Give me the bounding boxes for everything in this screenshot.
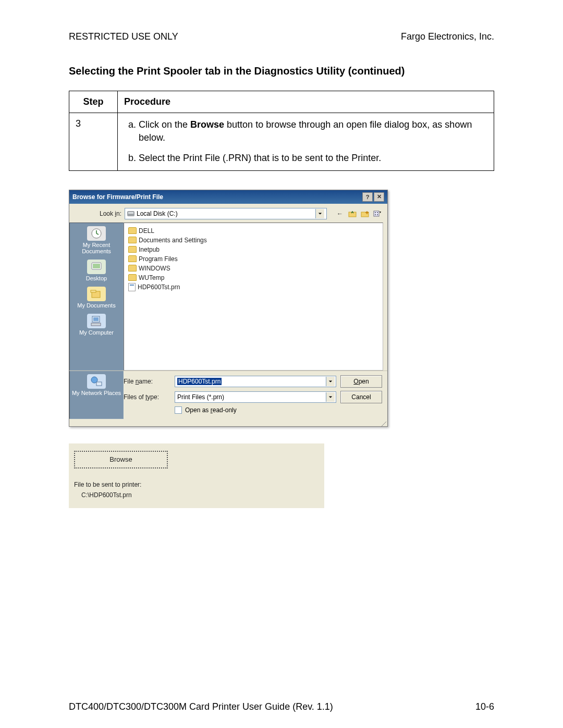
- chevron-down-icon[interactable]: [315, 209, 324, 218]
- recent-documents-icon: [87, 226, 106, 241]
- svg-rect-5: [375, 214, 376, 215]
- header-right: Fargo Electronics, Inc.: [401, 31, 494, 42]
- proc-item-a: Click on the Browse button to browse thr…: [139, 118, 487, 144]
- svg-rect-16: [96, 382, 102, 386]
- footer-right: 10-6: [475, 701, 494, 712]
- folder-icon: [128, 237, 137, 243]
- svg-rect-0: [349, 212, 356, 217]
- svg-rect-9: [93, 264, 100, 268]
- lookin-value: Local Disk (C:): [137, 210, 178, 217]
- svg-rect-11: [91, 290, 96, 292]
- network-places-icon: [87, 374, 106, 389]
- procedure-table: Step Procedure 3 Click on the Browse but…: [69, 91, 494, 171]
- filename-label: File name:: [124, 378, 170, 385]
- filename-field[interactable]: HDP600Tst.prn: [175, 376, 336, 387]
- file-to-send-label: File to be sent to printer:: [74, 481, 319, 488]
- resize-grip[interactable]: [69, 419, 387, 426]
- open-button[interactable]: Open: [340, 375, 382, 388]
- procedure-cell: Click on the Browse button to browse thr…: [118, 113, 494, 171]
- places-bar: My Recent Documents Desktop My Documents: [69, 223, 124, 371]
- folder-icon: [128, 246, 137, 253]
- filetype-combo[interactable]: Print Files (*.prn): [175, 391, 336, 403]
- page-footer: DTC400/DTC300/DTC300M Card Printer User …: [69, 701, 494, 712]
- svg-rect-14: [91, 323, 101, 326]
- list-item[interactable]: Inetpub: [128, 245, 378, 254]
- svg-rect-6: [377, 214, 378, 215]
- titlebar-close-button[interactable]: ✕: [374, 192, 384, 202]
- chevron-down-icon[interactable]: [326, 377, 335, 386]
- browse-button[interactable]: Browse: [74, 451, 168, 468]
- dialog-titlebar: Browse for Firmware/Print File ? ✕: [69, 190, 387, 204]
- back-icon[interactable]: ←: [335, 209, 345, 218]
- lookin-combo[interactable]: Local Disk (C:): [125, 208, 327, 219]
- folder-icon: [128, 265, 137, 272]
- filename-value: HDP600Tst.prn: [177, 378, 222, 385]
- my-computer-icon: [87, 314, 106, 328]
- step-number: 3: [69, 113, 118, 171]
- header-left: RESTRICTED USE ONLY: [69, 31, 178, 42]
- readonly-label: Open as read-only: [185, 406, 237, 414]
- th-step: Step: [69, 91, 118, 113]
- up-folder-icon[interactable]: [348, 209, 357, 218]
- titlebar-help-button[interactable]: ?: [362, 192, 373, 202]
- places-desktop[interactable]: Desktop: [86, 260, 107, 281]
- file-list[interactable]: DELL Documents and Settings Inetpub Prog…: [124, 223, 383, 371]
- lookin-label: Look in:: [75, 210, 121, 217]
- file-open-dialog: Browse for Firmware/Print File ? ✕ Look …: [69, 190, 388, 427]
- places-mydocs[interactable]: My Documents: [77, 287, 115, 309]
- folder-icon: [128, 274, 137, 281]
- desktop-icon: [87, 260, 106, 274]
- dialog-title: Browse for Firmware/Print File: [72, 193, 163, 201]
- svg-rect-2: [374, 211, 379, 216]
- section-title: Selecting the Print Spooler tab in the D…: [69, 65, 494, 77]
- chevron-down-icon[interactable]: [326, 392, 335, 402]
- proc-item-b: Select the Print File (.PRN) that is to …: [139, 152, 487, 165]
- page-header: RESTRICTED USE ONLY Fargo Electronics, I…: [69, 31, 494, 42]
- svg-rect-13: [93, 317, 99, 321]
- filetype-label: Files of type:: [124, 393, 170, 401]
- readonly-checkbox[interactable]: [175, 406, 182, 414]
- list-item[interactable]: Program Files: [128, 254, 378, 264]
- list-item[interactable]: DELL: [128, 226, 378, 236]
- view-menu-icon[interactable]: [373, 209, 382, 218]
- prn-file-icon: [128, 283, 136, 291]
- th-procedure: Procedure: [118, 91, 494, 113]
- places-mycomp[interactable]: My Computer: [79, 314, 114, 336]
- svg-rect-3: [375, 212, 376, 213]
- folder-icon: [128, 227, 137, 234]
- list-item[interactable]: HDP600Tst.prn: [128, 282, 378, 292]
- list-item[interactable]: WINDOWS: [128, 264, 378, 273]
- list-item[interactable]: Documents and Settings: [128, 236, 378, 245]
- my-documents-icon: [87, 287, 106, 301]
- drive-icon: [127, 211, 134, 216]
- browse-snippet: Browse File to be sent to printer: C:\HD…: [69, 443, 324, 508]
- filetype-value: Print Files (*.prn): [177, 393, 224, 401]
- places-recent[interactable]: My Recent Documents: [70, 226, 123, 254]
- svg-rect-4: [377, 212, 378, 213]
- folder-icon: [128, 255, 137, 262]
- file-to-send-path: C:\HDP600Tst.prn: [81, 491, 319, 499]
- cancel-button[interactable]: Cancel: [340, 391, 382, 403]
- footer-left: DTC400/DTC300/DTC300M Card Printer User …: [69, 701, 333, 712]
- list-item[interactable]: WUTemp: [128, 273, 378, 282]
- places-network[interactable]: My Network Places: [72, 374, 121, 396]
- new-folder-icon[interactable]: [360, 209, 370, 218]
